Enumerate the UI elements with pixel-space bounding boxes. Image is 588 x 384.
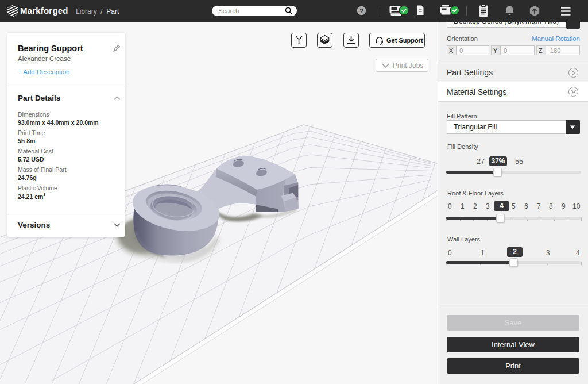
svg-text:?: ? xyxy=(359,7,363,14)
